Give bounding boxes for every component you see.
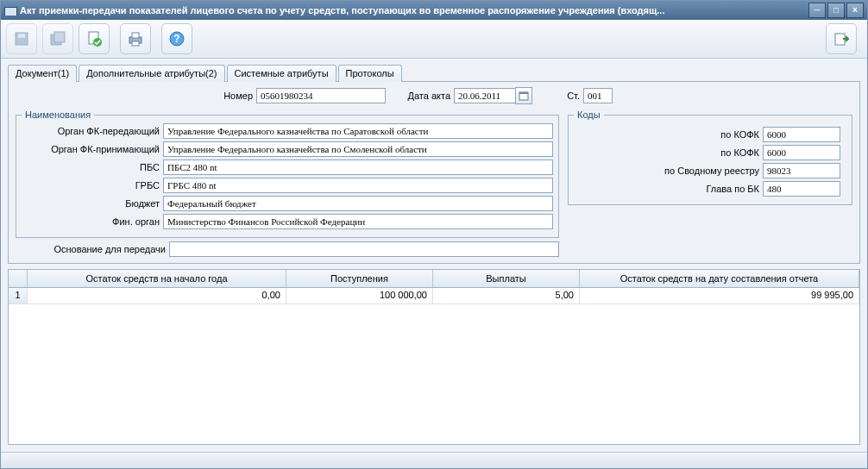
svg-text:?: ? (173, 33, 179, 45)
grid-header: Остаток средств на начало года Поступлен… (9, 270, 859, 288)
kofk1-input[interactable] (763, 127, 840, 142)
grid-body[interactable]: 1 0,00 100 000,00 5,00 99 995,00 (9, 288, 859, 444)
tab-document[interactable]: Документ(1) (8, 65, 77, 82)
save-icon (13, 30, 30, 47)
save-all-button[interactable] (42, 23, 73, 54)
svod-input[interactable] (763, 163, 840, 178)
grid-col-incoming[interactable]: Поступления (286, 270, 433, 287)
print-button[interactable] (120, 23, 151, 54)
svg-rect-1 (18, 34, 25, 38)
kofk2-label: по КОФК (574, 147, 763, 158)
svg-rect-13 (519, 92, 528, 94)
kofk1-label: по КОФК (574, 129, 763, 140)
grid-rownum-header (9, 270, 28, 287)
st-label: Ст. (532, 91, 583, 101)
cell-payments[interactable]: 5,00 (433, 288, 580, 303)
grid-col-start-balance[interactable]: Остаток средств на начало года (28, 270, 286, 287)
data-grid: Остаток средств на начало года Поступлен… (8, 269, 860, 445)
document-check-icon (85, 30, 103, 47)
glava-input[interactable] (763, 181, 840, 197)
maximize-button[interactable]: □ (827, 3, 845, 18)
minimize-button[interactable]: ─ (808, 3, 826, 18)
grbs-input[interactable] (163, 178, 553, 193)
pbs-input[interactable] (163, 159, 553, 175)
close-button[interactable]: × (846, 3, 864, 18)
app-window: Акт приемки-передачи показателей лицевог… (0, 0, 868, 469)
svg-rect-3 (54, 32, 65, 42)
basis-label: Основание для передачи (16, 244, 169, 254)
finorg-input[interactable] (163, 214, 553, 229)
svg-rect-7 (132, 33, 139, 38)
table-row[interactable]: 1 0,00 100 000,00 5,00 99 995,00 (9, 288, 859, 304)
names-legend: Наименования (22, 109, 94, 120)
cell-report-balance[interactable]: 99 995,00 (580, 288, 859, 303)
export-button[interactable] (826, 23, 857, 54)
check-button[interactable] (79, 23, 110, 54)
tab-system-attributes[interactable]: Системные атрибуты (227, 65, 337, 82)
grbs-label: ГРБС (22, 180, 163, 191)
tab-additional-attributes[interactable]: Дополнительные атрибуты(2) (79, 65, 224, 82)
help-button[interactable]: ? (161, 23, 192, 54)
grid-col-payments[interactable]: Выплаты (433, 270, 580, 287)
grid-col-report-balance[interactable]: Остаток средств на дату составления отче… (580, 270, 859, 287)
printer-icon (127, 30, 144, 47)
basis-input[interactable] (169, 241, 559, 257)
codes-legend: Коды (574, 109, 604, 120)
date-input[interactable] (454, 88, 516, 103)
tab-strip: Документ(1) Дополнительные атрибуты(2) С… (8, 64, 860, 81)
fk-recv-label: Орган ФК-принимающий (22, 144, 163, 154)
fk-send-input[interactable] (163, 123, 553, 139)
number-input[interactable] (256, 88, 386, 103)
date-picker-button[interactable] (515, 87, 532, 104)
codes-fieldset: Коды по КОФК по КОФК по Сводному реестру… (568, 109, 852, 205)
save-all-icon (49, 30, 66, 47)
tab-protocols[interactable]: Протоколы (338, 65, 402, 82)
grid-rownum: 1 (9, 288, 28, 303)
budget-input[interactable] (163, 196, 553, 211)
glava-label: Глава по БК (574, 184, 763, 194)
help-icon: ? (168, 30, 186, 47)
budget-label: Бюджет (22, 198, 163, 209)
export-icon (833, 30, 850, 47)
tab-panel-document: Номер Дата акта Ст. Наименования Орган Ф… (8, 81, 860, 264)
svod-label: по Сводному реестру (574, 166, 763, 176)
names-fieldset: Наименования Орган ФК-передающий Орган Ф… (16, 109, 559, 238)
date-label: Дата акта (386, 91, 454, 101)
fk-send-label: Орган ФК-передающий (22, 126, 163, 136)
status-bar (1, 452, 867, 468)
st-input[interactable] (583, 88, 613, 103)
svg-rect-8 (132, 41, 139, 46)
fk-recv-input[interactable] (163, 141, 553, 157)
content-area: Документ(1) Дополнительные атрибуты(2) С… (1, 59, 867, 452)
cell-incoming[interactable]: 100 000,00 (286, 288, 433, 303)
titlebar: Акт приемки-передачи показателей лицевог… (1, 1, 867, 20)
finorg-label: Фин. орган (22, 216, 163, 227)
window-title: Акт приемки-передачи показателей лицевог… (4, 5, 807, 16)
cell-start-balance[interactable]: 0,00 (28, 288, 286, 303)
number-label: Номер (16, 91, 256, 101)
toolbar: ? (1, 20, 867, 59)
calendar-icon (519, 91, 529, 101)
kofk2-input[interactable] (763, 145, 840, 160)
save-button[interactable] (6, 23, 37, 54)
pbs-label: ПБС (22, 162, 163, 172)
